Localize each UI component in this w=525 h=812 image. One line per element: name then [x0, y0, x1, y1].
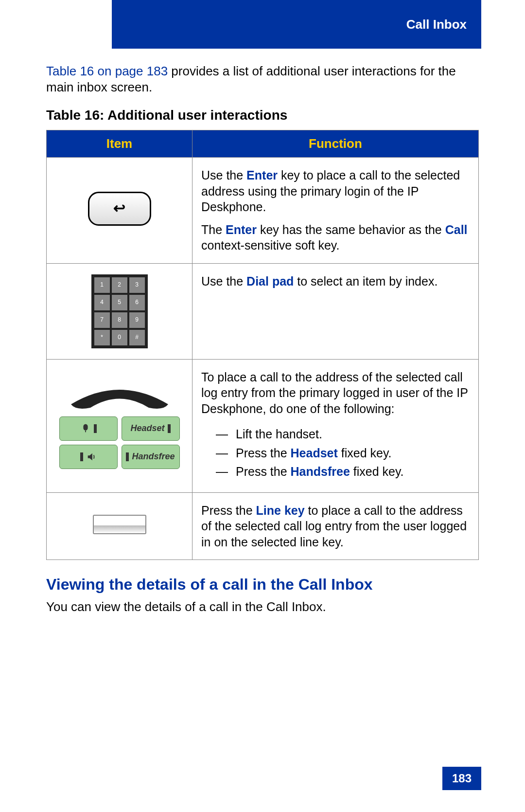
text: Press the: [236, 465, 291, 478]
section-heading: Viewing the details of a call in the Cal…: [46, 576, 479, 594]
item-cell-dialpad: 1 2 3 4 5 6 7 8 9 * 0 #: [47, 263, 192, 359]
header-section-title: Call Inbox: [406, 17, 467, 32]
svg-rect-0: [85, 431, 86, 433]
text: Press the: [236, 446, 291, 460]
table-cross-reference[interactable]: Table 16 on page 183: [46, 64, 168, 78]
handset-icon: [66, 382, 173, 412]
enter-key-icon: [88, 192, 151, 226]
handset-block: Headset Handsfree: [52, 382, 187, 469]
option-list: Lift the handset. Press the Headset fixe…: [201, 426, 470, 480]
speaker-key-icon: [59, 445, 118, 469]
mute-key-icon: [59, 416, 118, 441]
line-key-icon: [93, 515, 146, 534]
text: Press the: [201, 504, 256, 517]
handsfree-key-icon: Handsfree: [122, 445, 180, 469]
list-item: Press the Handsfree fixed key.: [216, 464, 470, 480]
key: 5: [112, 295, 127, 310]
item-cell-linekey: [47, 492, 192, 560]
table-caption: Table 16: Additional user interactions: [46, 108, 479, 123]
text: To place a call to the address of the se…: [201, 370, 468, 415]
text: key has the same behavior as the: [257, 223, 445, 236]
key: 9: [129, 312, 145, 328]
text: fixed key.: [338, 446, 392, 460]
text: Use the: [201, 168, 246, 182]
function-cell-dialpad: Use the Dial pad to select an item by in…: [192, 263, 479, 359]
list-item: Press the Headset fixed key.: [216, 445, 470, 461]
key: 1: [94, 277, 110, 293]
page-number: 183: [442, 767, 481, 790]
table-row: 1 2 3 4 5 6 7 8 9 * 0 # Use t: [47, 263, 479, 359]
intro-paragraph: Table 16 on page 183 provides a list of …: [46, 63, 479, 95]
text: Lift the handset.: [236, 426, 322, 442]
key: 2: [112, 277, 127, 293]
green-keys: Headset Handsfree: [59, 416, 180, 469]
term-enter: Enter: [226, 223, 257, 236]
handsfree-label: Handsfree: [132, 451, 175, 462]
text: context-sensitive soft key.: [201, 238, 339, 252]
key: *: [94, 330, 110, 345]
item-cell-handset: Headset Handsfree: [47, 359, 192, 492]
col-header-item: Item: [47, 130, 192, 158]
key: 7: [94, 312, 110, 328]
headset-key-icon: Headset: [122, 416, 180, 441]
item-cell-enter: [47, 158, 192, 264]
col-header-function: Function: [192, 130, 479, 158]
table-row: Use the Enter key to place a call to the…: [47, 158, 479, 264]
key: 6: [129, 295, 145, 310]
function-cell-linekey: Press the Line key to place a call to th…: [192, 492, 479, 560]
body-paragraph: You can view the details of a call in th…: [46, 599, 479, 614]
function-cell-handset: To place a call to the address of the se…: [192, 359, 479, 492]
text: The: [201, 223, 226, 236]
term-headset: Headset: [291, 446, 338, 460]
table-row: Press the Line key to place a call to th…: [47, 492, 479, 560]
list-item: Lift the handset.: [216, 426, 470, 442]
key: 8: [112, 312, 127, 328]
function-cell-enter: Use the Enter key to place a call to the…: [192, 158, 479, 264]
key: 3: [129, 277, 145, 293]
text: to select an item by index.: [294, 274, 438, 288]
key: #: [129, 330, 145, 345]
term-handsfree: Handsfree: [291, 465, 350, 478]
interactions-table: Item Function Use the Enter key to place…: [46, 130, 479, 560]
headset-label: Headset: [130, 423, 164, 434]
term-call: Call: [445, 223, 468, 236]
table-row: Headset Handsfree: [47, 359, 479, 492]
text: fixed key.: [350, 465, 404, 478]
term-enter: Enter: [246, 168, 278, 182]
key: 0: [112, 330, 127, 345]
header-bar: Call Inbox: [112, 0, 481, 49]
table-header-row: Item Function: [47, 130, 479, 158]
dial-pad-icon: 1 2 3 4 5 6 7 8 9 * 0 #: [91, 274, 148, 348]
term-line-key: Line key: [256, 504, 305, 517]
page-content: Table 16 on page 183 provides a list of …: [46, 63, 479, 614]
term-dial-pad: Dial pad: [246, 274, 294, 288]
key: 4: [94, 295, 110, 310]
text: Use the: [201, 274, 246, 288]
